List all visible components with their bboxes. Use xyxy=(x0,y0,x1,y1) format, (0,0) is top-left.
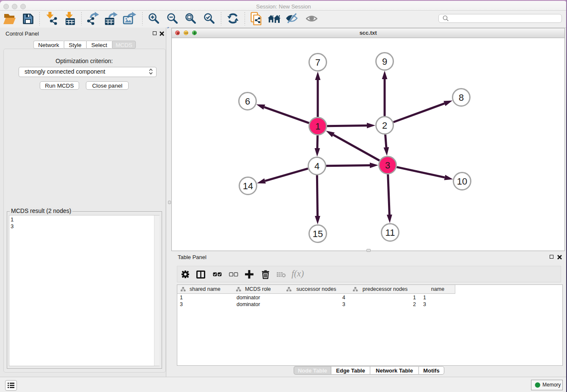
svg-text:3: 3 xyxy=(385,160,390,171)
svg-text:8: 8 xyxy=(459,92,464,103)
svg-text:11: 11 xyxy=(385,227,395,238)
svg-text:9: 9 xyxy=(382,56,387,67)
svg-text:4: 4 xyxy=(314,161,319,171)
svg-text:6: 6 xyxy=(245,96,250,107)
svg-text:1: 1 xyxy=(315,121,320,132)
svg-text:7: 7 xyxy=(315,57,320,68)
svg-text:10: 10 xyxy=(457,176,467,187)
svg-text:2: 2 xyxy=(382,120,387,131)
svg-text:15: 15 xyxy=(313,229,323,239)
svg-text:14: 14 xyxy=(243,181,253,191)
